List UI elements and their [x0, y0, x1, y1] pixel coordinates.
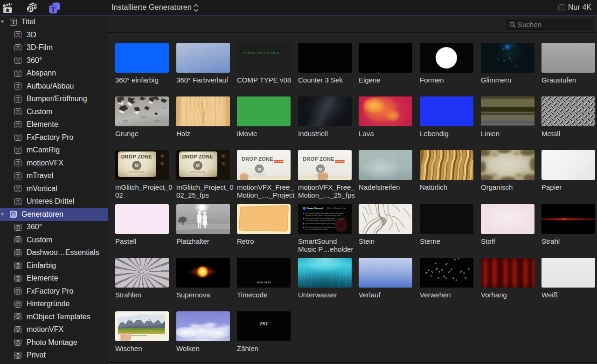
svg-text:2: 2 [17, 264, 19, 267]
svg-text:T: T [16, 32, 19, 37]
svg-text:DROP ZONE: DROP ZONE [303, 156, 334, 162]
svg-text:T: T [16, 58, 19, 63]
svg-text:T: T [16, 122, 19, 127]
svg-text:T: T [12, 20, 14, 25]
svg-text:T: T [51, 6, 56, 14]
svg-text:SONICFIRE: SONICFIRE [337, 218, 345, 220]
svg-text:Select the new SmartSound trac: Select the new SmartSound track you can … [305, 223, 335, 225]
svg-text:DROP ZONE: DROP ZONE [182, 154, 214, 159]
svg-text:2: 2 [17, 226, 19, 229]
svg-text:T: T [16, 83, 19, 89]
svg-text:2: 2 [17, 238, 19, 241]
svg-text:2: 2 [17, 251, 19, 254]
svg-text:DROP ZONE: DROP ZONE [242, 156, 273, 162]
svg-text:T: T [16, 96, 19, 102]
svg-text:2: 2 [17, 277, 19, 280]
svg-text:Both Title Here: Both Title Here [335, 161, 344, 163]
svg-text:T: T [16, 109, 19, 114]
svg-text:is no matter to have a timelin: is no matter to have a timeline to choos… [305, 220, 338, 221]
svg-text:you have the topic to begin, o: you have the topic to begin, output on t… [305, 214, 341, 216]
svg-text:DROP ZONE: DROP ZONE [121, 154, 153, 159]
svg-text:M: M [257, 166, 261, 172]
svg-text:T: T [16, 45, 19, 50]
svg-text:2: 2 [17, 341, 19, 344]
svg-text:T: T [16, 71, 19, 76]
svg-text:2: 2 [13, 213, 14, 216]
svg-text:2: 2 [17, 315, 19, 318]
svg-text:2: 2 [17, 289, 19, 293]
svg-text:no music or nothing with it no: no music or nothing with it notation [305, 228, 328, 230]
svg-text:T: T [16, 148, 19, 153]
svg-text:T: T [16, 135, 19, 140]
svg-text:T: T [16, 186, 19, 191]
svg-text:2: 2 [17, 302, 19, 306]
svg-text:T: T [16, 173, 19, 179]
svg-text:M: M [319, 166, 322, 172]
svg-text:Both Title Here: Both Title Here [274, 161, 283, 163]
svg-text:T: T [16, 199, 19, 204]
svg-text:2: 2 [17, 354, 19, 357]
svg-text:M: M [135, 163, 139, 168]
svg-text:M: M [196, 163, 200, 168]
svg-text:T: T [16, 160, 19, 165]
svg-text:2: 2 [17, 328, 19, 331]
svg-text:SmartSound: SmartSound [306, 207, 323, 210]
svg-text:Music Placeholder: Music Placeholder [327, 207, 346, 210]
